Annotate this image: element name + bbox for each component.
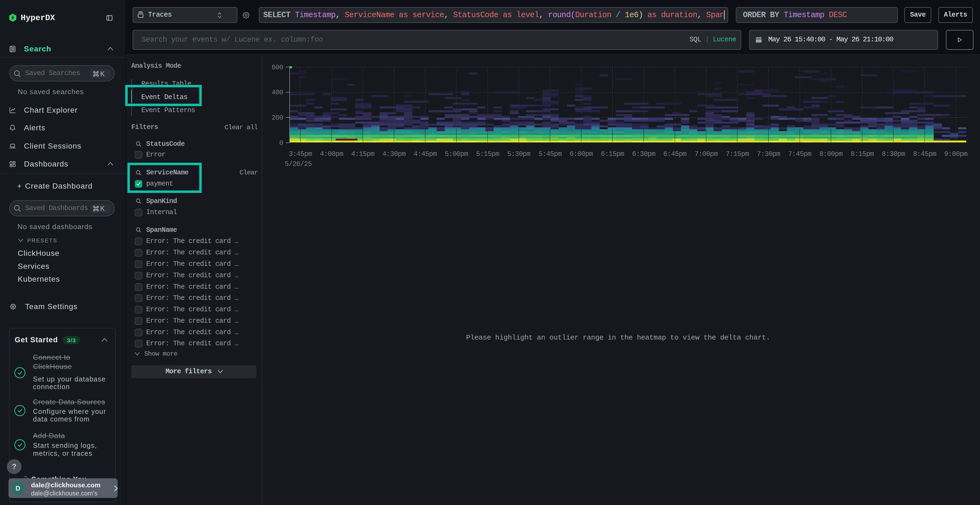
svg-text:4:15pm: 4:15pm bbox=[351, 150, 374, 158]
svg-text:3:45pm: 3:45pm bbox=[289, 150, 312, 158]
svg-text:8:15pm: 8:15pm bbox=[851, 150, 874, 158]
svg-text:5:45pm: 5:45pm bbox=[538, 150, 562, 158]
svg-text:4:00pm: 4:00pm bbox=[320, 150, 343, 158]
svg-text:5:15pm: 5:15pm bbox=[476, 150, 499, 158]
svg-text:7:30pm: 7:30pm bbox=[757, 150, 780, 158]
svg-text:8:30pm: 8:30pm bbox=[882, 150, 905, 158]
svg-text:7:00pm: 7:00pm bbox=[694, 150, 718, 158]
svg-text:4:30pm: 4:30pm bbox=[382, 150, 406, 158]
svg-text:600: 600 bbox=[271, 64, 283, 71]
svg-text:5:00pm: 5:00pm bbox=[445, 150, 468, 158]
svg-text:6:00pm: 6:00pm bbox=[570, 150, 593, 158]
svg-text:7:45pm: 7:45pm bbox=[788, 150, 811, 158]
svg-text:5:30pm: 5:30pm bbox=[507, 150, 530, 158]
svg-text:200: 200 bbox=[271, 114, 283, 122]
svg-text:5/26/25: 5/26/25 bbox=[285, 160, 312, 168]
svg-text:8:45pm: 8:45pm bbox=[913, 150, 936, 158]
svg-text:6:30pm: 6:30pm bbox=[632, 150, 655, 158]
svg-text:4:45pm: 4:45pm bbox=[414, 150, 437, 158]
svg-text:6:15pm: 6:15pm bbox=[601, 150, 624, 158]
svg-text:400: 400 bbox=[271, 89, 283, 97]
svg-text:6:45pm: 6:45pm bbox=[663, 150, 687, 158]
svg-text:9:00pm: 9:00pm bbox=[944, 150, 967, 158]
svg-text:8:00pm: 8:00pm bbox=[819, 150, 843, 158]
svg-text:7:15pm: 7:15pm bbox=[726, 150, 749, 158]
svg-text:0: 0 bbox=[279, 139, 283, 147]
